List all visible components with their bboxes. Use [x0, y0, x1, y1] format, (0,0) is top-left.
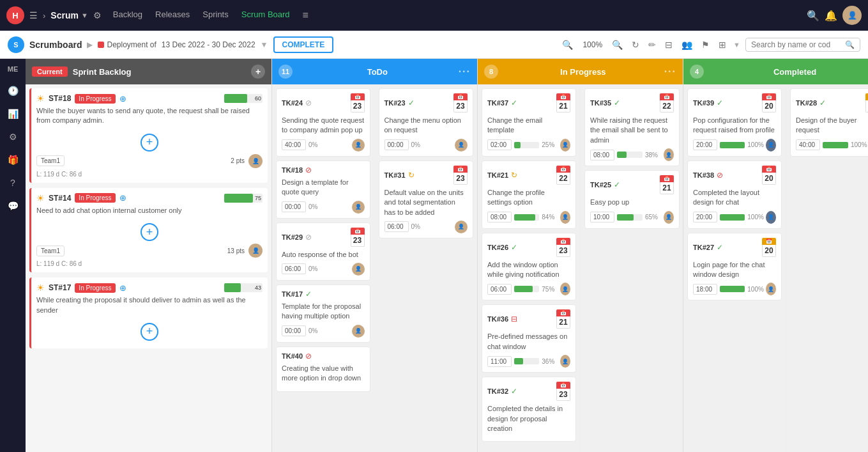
user-avatar[interactable]: 👤 — [842, 6, 862, 25]
task-pct: 100% — [747, 141, 763, 148]
task-id: TK#32 — [487, 387, 508, 395]
task-status-icon: ✓ — [511, 243, 517, 252]
completed-subcol-1: TK#39 ✓ 📅 20 Pop configuration for the r… — [683, 84, 786, 452]
task-avatar: 👤 — [455, 221, 468, 233]
flag-icon[interactable]: ⚑ — [701, 40, 710, 50]
task-pct: 65% — [645, 214, 661, 221]
sidebar-settings-icon[interactable]: ⚙ — [9, 132, 17, 142]
story-inner-add-button[interactable]: + — [141, 134, 158, 152]
cal-top: 📅 — [556, 382, 570, 389]
me-label[interactable]: ME — [8, 65, 19, 73]
task-text: Creating the value with more option in d… — [282, 364, 365, 384]
task-avatar: 👤 — [352, 139, 365, 152]
nav-backlog[interactable]: Backlog — [113, 10, 142, 21]
task-calendar: 📅 21 — [556, 309, 570, 329]
task-card-tk29: TK#29 ⊘ 📅 23 Auto response of the bot 06… — [276, 222, 370, 281]
zoom-in-icon[interactable]: 🔍 — [612, 40, 623, 50]
story-add-icon[interactable]: ⊕ — [119, 94, 126, 104]
cal-top: 📅 — [865, 93, 868, 100]
story-progress-fill — [224, 283, 241, 292]
edit-icon[interactable]: ✏ — [648, 40, 656, 50]
sprint-color-dot — [98, 42, 104, 48]
story-progress-bar: 43 — [224, 283, 263, 292]
task-card-tk26: TK#26 ✓ 📅 23 Add the window option while… — [482, 233, 576, 301]
story-add-icon[interactable]: ⊕ — [119, 283, 126, 293]
nav-releases[interactable]: Releases — [155, 10, 190, 21]
hamburger-icon[interactable]: ☰ — [29, 10, 38, 20]
filter-icon[interactable]: ⊟ — [665, 40, 673, 50]
task-id: TK#26 — [487, 244, 508, 251]
todo-count-badge: 11 — [278, 65, 293, 79]
nav-sprints[interactable]: Sprints — [202, 10, 228, 21]
todo-more-button[interactable]: ··· — [459, 66, 471, 77]
sidebar-chart-icon[interactable]: 📊 — [8, 109, 19, 119]
story-inner-add-button[interactable]: + — [141, 323, 158, 341]
cal-top: 📅 — [762, 93, 776, 100]
task-card-tk23: TK#23 ✓ 📅 23 Change the menu option on r… — [379, 88, 474, 157]
task-text: Design of the buyer request — [796, 116, 868, 136]
task-progress-bar — [514, 142, 521, 148]
inprogress-subcol-1: TK#37 ✓ 📅 21 Change the email template 0… — [478, 84, 581, 452]
task-pct: 0% — [308, 203, 324, 210]
nav-more-icon[interactable]: ≡ — [303, 10, 308, 21]
grid-icon[interactable]: ⊞ — [719, 40, 726, 50]
task-status-icon: ✓ — [408, 98, 415, 107]
task-time: 00:00 — [385, 139, 409, 150]
sidebar-chat-icon[interactable]: 💬 — [8, 201, 19, 211]
cal-num: 23 — [556, 389, 570, 401]
sprint-backlog-add-button[interactable]: + — [251, 65, 265, 79]
sidebar-gift-icon[interactable]: 🎁 — [8, 155, 19, 165]
task-card-tk39: TK#39 ✓ 📅 20 Pop configuration for the r… — [687, 88, 782, 157]
story-progress-bar: 75 — [224, 194, 263, 203]
cal-num: 23 — [453, 173, 468, 185]
grid-dropdown-icon[interactable]: ▼ — [733, 41, 740, 49]
task-avatar: 👤 — [664, 148, 674, 161]
task-progress-bar — [823, 142, 848, 148]
gear-icon[interactable]: ⚙ — [93, 10, 102, 20]
notification-icon[interactable]: 🔔 — [825, 10, 837, 22]
task-id: TK#17 — [282, 290, 303, 298]
task-status-icon: ⊘ — [717, 171, 723, 180]
task-status-icon: ✓ — [717, 243, 723, 252]
story-progress-fill — [224, 194, 253, 203]
sprint-dropdown-icon[interactable]: ▼ — [261, 40, 268, 49]
sidebar-clock-icon[interactable]: 🕐 — [8, 86, 19, 96]
story-sun-icon: ☀ — [36, 93, 45, 104]
task-card-tk21: TK#21 ↻ 📅 22 Change the profile settings… — [482, 160, 576, 229]
task-card-tk38: TK#38 ⊘ 📅 20 Completed the layout design… — [687, 160, 782, 229]
arrow-icon: › — [43, 11, 45, 20]
task-id: TK#37 — [487, 99, 508, 107]
cal-num: 23 — [556, 245, 570, 257]
inprogress-more-button[interactable]: ··· — [664, 66, 676, 77]
cal-num: 20 — [762, 245, 776, 257]
sprint-dates: 13 Dec 2022 - 30 Dec 2022 — [162, 40, 255, 49]
task-avatar: 👤 — [560, 211, 570, 224]
task-progress-wrap — [617, 152, 643, 158]
story-inner-add-button[interactable]: + — [141, 223, 158, 241]
refresh-icon[interactable]: ↻ — [632, 40, 639, 50]
task-avatar: 👤 — [560, 355, 570, 368]
users-icon[interactable]: 👥 — [681, 40, 692, 50]
story-footer: Team1 2 pts 👤 — [36, 154, 263, 168]
task-pct: 100% — [747, 214, 763, 221]
story-text: While the buyer wants to send any quote,… — [36, 106, 263, 126]
cal-top: 📅 — [453, 166, 468, 173]
zoom-out-icon[interactable]: 🔍 — [562, 40, 573, 50]
task-id: TK#23 — [385, 99, 406, 107]
complete-button[interactable]: COMPLETE — [273, 36, 334, 53]
task-avatar: 👤 — [766, 211, 776, 224]
task-text: Pre-defined messages on chat window — [487, 332, 570, 352]
nav-scrum-board[interactable]: Scrum Board — [241, 10, 290, 21]
task-status-icon: ✓ — [717, 98, 723, 107]
global-search-icon[interactable]: 🔍 — [807, 10, 819, 22]
scrum-nav-label[interactable]: Scrum ▼ — [50, 10, 88, 20]
story-add-icon[interactable]: ⊕ — [119, 193, 126, 203]
play-icon[interactable]: ▶ — [87, 40, 93, 49]
search-input[interactable] — [751, 40, 842, 49]
task-pct: 0% — [411, 141, 427, 148]
task-status-icon: ✓ — [614, 180, 620, 189]
task-time: 18:00 — [693, 284, 717, 295]
sidebar-question-icon[interactable]: ? — [10, 178, 15, 188]
task-status-icon: ✓ — [511, 387, 517, 396]
task-id: TK#35 — [590, 99, 611, 107]
